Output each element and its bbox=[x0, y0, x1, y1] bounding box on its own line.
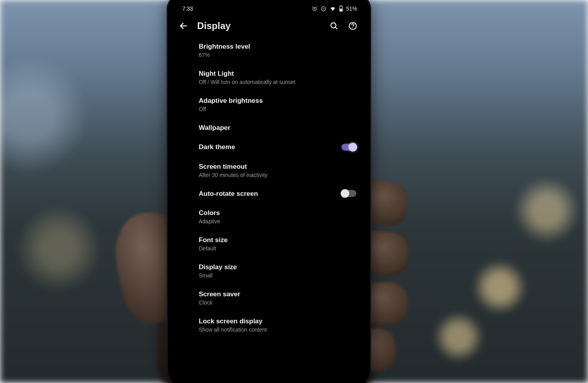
setting-subtitle: Clock bbox=[199, 299, 338, 306]
phone-frame: 7:33 51% Display bbox=[167, 0, 371, 383]
dnd-icon bbox=[321, 6, 327, 12]
setting-screen-timeout[interactable]: Screen timeout After 30 minutes of inact… bbox=[199, 157, 365, 184]
dark-theme-toggle[interactable] bbox=[341, 144, 356, 151]
help-icon[interactable] bbox=[348, 21, 358, 31]
setting-font-size[interactable]: Font size Default bbox=[199, 230, 365, 257]
setting-wallpaper[interactable]: Wallpaper bbox=[199, 118, 365, 137]
page-title: Display bbox=[197, 20, 320, 31]
setting-title: Font size bbox=[199, 236, 338, 244]
alarm-icon bbox=[312, 6, 318, 12]
auto-rotate-toggle[interactable] bbox=[341, 190, 356, 197]
status-bar: 7:33 51% bbox=[173, 0, 365, 14]
wifi-icon bbox=[330, 6, 336, 12]
setting-adaptive-brightness[interactable]: Adaptive brightness Off bbox=[199, 91, 365, 118]
setting-title: Night Light bbox=[199, 69, 338, 78]
setting-title: Auto-rotate screen bbox=[199, 190, 338, 198]
search-icon[interactable] bbox=[329, 21, 339, 31]
settings-list: Brightness level 67% Night Light Off / W… bbox=[173, 35, 365, 339]
setting-title: Dark theme bbox=[199, 143, 338, 151]
setting-title: Screen timeout bbox=[199, 162, 338, 171]
status-time: 7:33 bbox=[182, 5, 193, 12]
setting-title: Screen saver bbox=[199, 290, 338, 298]
svg-point-7 bbox=[352, 27, 353, 28]
setting-lock-screen-display[interactable]: Lock screen display Show all notificatio… bbox=[199, 312, 365, 339]
setting-subtitle: Adaptive bbox=[199, 218, 338, 225]
battery-percent: 51% bbox=[346, 5, 357, 12]
setting-title: Lock screen display bbox=[199, 317, 338, 325]
setting-title: Adaptive brightness bbox=[199, 97, 338, 105]
setting-night-light[interactable]: Night Light Off / Will turn on automatic… bbox=[199, 64, 365, 91]
setting-title: Brightness level bbox=[199, 42, 338, 51]
setting-title: Display size bbox=[199, 263, 338, 271]
svg-rect-4 bbox=[340, 9, 342, 11]
setting-subtitle: Show all notification content bbox=[199, 326, 338, 333]
battery-icon bbox=[339, 5, 343, 12]
setting-subtitle: Default bbox=[199, 245, 338, 252]
status-icons: 51% bbox=[312, 5, 357, 12]
setting-dark-theme[interactable]: Dark theme bbox=[199, 137, 365, 157]
setting-title: Colors bbox=[199, 209, 338, 217]
setting-subtitle: 67% bbox=[199, 52, 338, 58]
setting-title: Wallpaper bbox=[199, 124, 338, 132]
setting-subtitle: Small bbox=[199, 272, 338, 279]
setting-screen-saver[interactable]: Screen saver Clock bbox=[199, 285, 365, 312]
setting-brightness-level[interactable]: Brightness level 67% bbox=[199, 37, 365, 64]
app-bar: Display bbox=[173, 14, 365, 35]
setting-subtitle: After 30 minutes of inactivity bbox=[199, 172, 338, 179]
phone-screen: 7:33 51% Display bbox=[173, 0, 365, 382]
setting-subtitle: Off bbox=[199, 106, 338, 113]
back-icon[interactable] bbox=[178, 21, 189, 31]
svg-rect-3 bbox=[340, 5, 341, 6]
setting-auto-rotate[interactable]: Auto-rotate screen bbox=[199, 184, 365, 203]
setting-display-size[interactable]: Display size Small bbox=[199, 257, 365, 285]
setting-colors[interactable]: Colors Adaptive bbox=[199, 203, 365, 230]
setting-subtitle: Off / Will turn on automatically at suns… bbox=[199, 79, 338, 86]
